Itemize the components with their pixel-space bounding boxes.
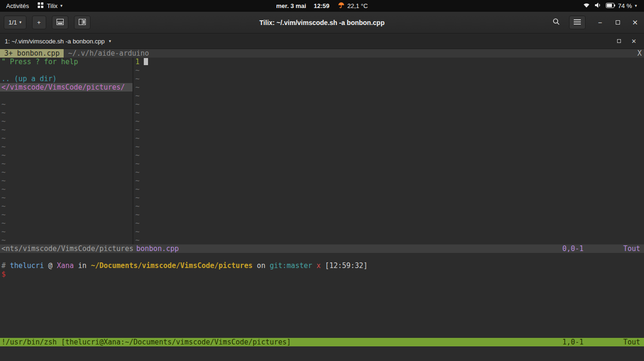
terminal-statusline-ruler: 1,0-1 [562,338,584,346]
vim-tabline-close[interactable]: X [637,49,644,58]
shell-prompt-line: # thelucri @ Xana in ~/Documents/vimscod… [0,261,644,270]
shell-input-line[interactable]: $ [0,270,644,278]
tilde-row: ~ [0,100,132,109]
terminal-statusline-scroll-position: Tout [623,338,640,346]
chevron-down-icon: ▾ [635,4,637,8]
temperature-label: 22,1 °C [347,2,368,9]
blank-line [0,92,132,100]
nerdtree-help-line: " Press ? for help [0,58,132,66]
activities-button[interactable]: Activités [2,0,33,12]
maximize-icon [617,39,621,43]
system-status-button[interactable]: 74 % ▾ [578,0,641,12]
header-left-controls: 1/1 ▾ + [4,16,91,29]
vim-statusline: <nts/vimscode/VimsCode/pictures bonbon.c… [0,244,644,253]
nerdtree-up-dir[interactable]: .. (up a dir) [0,75,132,83]
wifi-icon [583,2,590,9]
weather-button[interactable]: 22,1 °C [334,0,372,12]
tilde-row: ~ [0,236,132,244]
tab-title: 1: ~/.vim/vimscode.sh -a bonbon.cpp [5,38,105,45]
split-right-button[interactable] [74,16,91,29]
tilde-row: ~ [133,92,644,100]
prompt-char: $ [1,270,6,278]
split-down-button[interactable] [52,16,68,29]
window-title: Tilix: ~/.vim/vimscode.sh -a bonbon.cpp [259,19,384,26]
tilde-row: ~ [133,176,644,185]
tilix-header-bar: 1/1 ▾ + Tilix: ~/.vim/vimscode.sh -a bon… [0,12,644,34]
chevron-down-icon: ▾ [60,4,63,8]
tab-active[interactable]: 1: ~/.vim/vimscode.sh -a bonbon.cpp ▾ [5,38,111,45]
tilde-row: ~ [133,117,644,126]
buffer-tildes: ~~~~~~~~~~~~~~~~~~~~~ [133,66,644,244]
tilix-app-icon [37,2,44,10]
terminal-area[interactable]: 3+ bonbon.cpp ~/.v/h/aide-arduino X " Pr… [0,49,644,361]
tilde-row: ~ [133,193,644,202]
app-menu-label: Tilix [47,2,58,9]
tilde-row: ~ [133,75,644,83]
tilde-row: ~ [0,185,132,193]
tilde-row: ~ [0,143,132,151]
tilde-row: ~ [0,168,132,176]
search-icon [553,18,560,27]
session-selector-button[interactable]: 1/1 ▾ [4,16,26,29]
search-button[interactable] [548,16,564,29]
tilde-row: ~ [0,151,132,160]
statusline-ruler: 0,0-1 [562,244,584,253]
top-bar-center: mer. 3 mai12:59 22,1 °C [272,0,372,12]
prompt-git-dirty: x [316,261,321,270]
maximize-icon [616,20,620,25]
tilde-row: ~ [133,109,644,117]
maximize-button[interactable] [612,17,623,28]
tilde-row: ~ [133,160,644,168]
vim-cursor [144,58,148,65]
new-session-button[interactable]: + [32,16,46,29]
tilde-row: ~ [0,160,132,168]
top-bar-left: Activités Tilix ▾ [0,0,67,12]
chevron-down-icon: ▾ [19,20,22,25]
vim-windows: " Press ? for help .. (up a dir) </vimsc… [0,58,644,244]
vim-command-line [0,346,644,361]
tab-bar-controls: ✕ [617,38,639,45]
tab-maximize-button[interactable] [617,39,621,43]
tilde-row: ~ [133,83,644,92]
weather-icon [338,2,345,10]
screen: Activités Tilix ▾ mer. 3 mai12:59 22,1 °… [0,0,644,361]
battery-icon [606,2,615,9]
minimize-button[interactable]: − [595,17,605,28]
app-menu-button[interactable]: Tilix ▾ [33,0,66,12]
terminal-empty-area [0,278,644,338]
buffer-pane[interactable]: 1 ~~~~~~~~~~~~~~~~~~~~~ [133,58,644,244]
buffer-line-1: 1 [133,58,644,66]
split-right-icon [79,19,86,26]
clock-button[interactable]: mer. 3 mai12:59 [272,0,334,12]
tilde-row: ~ [0,210,132,219]
tilde-row: ~ [0,109,132,117]
tilde-row: ~ [0,219,132,227]
nerdtree-root-dir[interactable]: </vimscode/VimsCode/pictures/ [0,83,132,92]
vim-tab-other[interactable]: ~/.v/h/aide-arduino [64,49,153,58]
nerdtree-pane[interactable]: " Press ? for help .. (up a dir) </vimsc… [0,58,133,244]
tilde-row: ~ [133,66,644,75]
vim-tabline-fill [153,49,637,58]
prompt-on: on [257,261,265,270]
close-button[interactable]: ✕ [630,17,640,28]
tilde-row: ~ [133,168,644,176]
window-controls: − ✕ [595,17,640,28]
tilde-row: ~ [133,151,644,160]
terminal-statusline-text: !/usr/bin/zsh [thelucri@Xana:~/Documents… [1,338,291,346]
menu-button[interactable] [569,16,586,29]
prompt-at: @ [48,261,52,270]
tilde-row: ~ [133,100,644,109]
volume-icon [594,2,602,9]
vim-tab-selected[interactable]: 3+ bonbon.cpp [0,49,64,58]
clock-time: 12:59 [314,2,329,9]
tilde-row: ~ [0,227,132,236]
tilde-row: ~ [133,236,644,244]
prompt-timestamp: [12:59:32] [325,261,367,270]
tab-close-button[interactable]: ✕ [631,38,636,45]
tilde-row: ~ [0,134,132,143]
tilde-row: ~ [133,134,644,143]
prompt-path: ~/Documents/vimscode/VimsCode/pictures [91,261,253,270]
tilde-row: ~ [0,117,132,126]
tilde-row: ~ [0,202,132,210]
nerdtree-statusline: <nts/vimscode/VimsCode/pictures [0,244,134,253]
